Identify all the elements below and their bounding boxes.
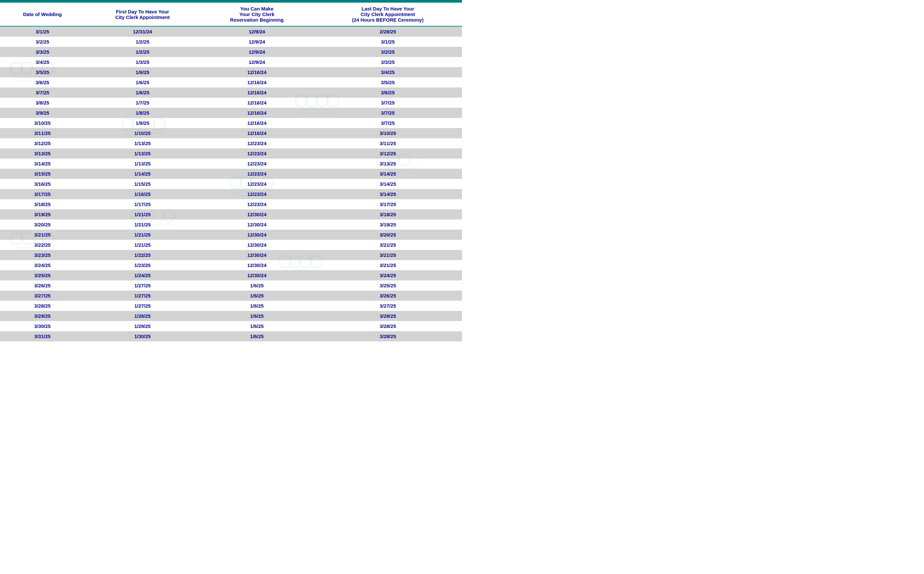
cell-r18-c3: 3/18/25	[314, 209, 462, 219]
table-row: 3/30/251/29/251/6/253/28/25	[0, 321, 462, 331]
table-row: 3/27/251/27/251/6/253/26/25	[0, 290, 462, 301]
cell-r26-c1: 1/27/25	[85, 290, 200, 301]
cell-r23-c1: 1/23/25	[85, 260, 200, 270]
cell-r29-c2: 1/6/25	[200, 321, 314, 331]
table-row: 3/12/251/13/2512/23/243/11/25	[0, 138, 462, 148]
cell-r1-c2: 12/9/24	[200, 37, 314, 47]
cell-r1-c3: 3/1/25	[314, 37, 462, 47]
cell-r1-c1: 1/2/25	[85, 37, 200, 47]
cell-r26-c0: 3/27/25	[0, 290, 85, 301]
cell-r3-c2: 12/9/24	[200, 57, 314, 67]
cell-r17-c3: 3/17/25	[314, 199, 462, 209]
cell-r3-c0: 3/4/25	[0, 57, 85, 67]
cell-r7-c2: 12/16/24	[200, 98, 314, 108]
cell-r17-c0: 3/18/25	[0, 199, 85, 209]
cell-r22-c3: 3/21/25	[314, 250, 462, 260]
cell-r13-c1: 1/13/25	[85, 159, 200, 169]
cell-r24-c1: 1/24/25	[85, 270, 200, 281]
table-row: 3/25/251/24/2512/30/243/24/25	[0, 270, 462, 281]
cell-r13-c2: 12/23/24	[200, 159, 314, 169]
cell-r20-c2: 12/30/24	[200, 230, 314, 240]
cell-r25-c2: 1/6/25	[200, 281, 314, 290]
table-row: 3/14/251/13/2512/23/243/13/25	[0, 159, 462, 169]
cell-r6-c3: 3/6/25	[314, 87, 462, 98]
cell-r29-c1: 1/29/25	[85, 321, 200, 331]
cell-r25-c3: 3/25/25	[314, 281, 462, 290]
cell-r9-c1: 1/9/25	[85, 118, 200, 128]
cell-r29-c0: 3/30/25	[0, 321, 85, 331]
cell-r0-c1: 12/31/24	[85, 26, 200, 37]
table-row: 3/23/251/22/2512/30/243/21/25	[0, 250, 462, 260]
cell-r24-c2: 12/30/24	[200, 270, 314, 281]
cell-r20-c1: 1/21/25	[85, 230, 200, 240]
cell-r28-c3: 3/28/25	[314, 311, 462, 321]
cell-r18-c0: 3/19/25	[0, 209, 85, 219]
cell-r22-c1: 1/22/25	[85, 250, 200, 260]
table-row: 3/8/251/7/2512/16/243/7/25	[0, 98, 462, 108]
table-row: 3/2/251/2/2512/9/243/1/25	[0, 37, 462, 47]
cell-r2-c0: 3/3/25	[0, 47, 85, 57]
cell-r10-c0: 3/11/25	[0, 128, 85, 138]
cell-r5-c3: 3/5/25	[314, 77, 462, 87]
teal-top-bar	[0, 0, 462, 3]
cell-r3-c1: 1/3/25	[85, 57, 200, 67]
table-row: 3/22/251/21/2512/30/243/21/25	[0, 240, 462, 250]
cell-r8-c0: 3/9/25	[0, 108, 85, 118]
cell-r15-c3: 3/14/25	[314, 179, 462, 189]
cell-r4-c0: 3/5/25	[0, 67, 85, 77]
cell-r20-c0: 3/21/25	[0, 230, 85, 240]
table-row: 3/11/251/10/2512/16/243/10/25	[0, 128, 462, 138]
cell-r26-c3: 3/26/25	[314, 290, 462, 301]
cell-r14-c3: 3/14/25	[314, 169, 462, 179]
cell-r24-c0: 3/25/25	[0, 270, 85, 281]
cell-r9-c3: 3/7/25	[314, 118, 462, 128]
cell-r30-c2: 1/6/25	[200, 331, 314, 341]
cell-r1-c0: 3/2/25	[0, 37, 85, 47]
table-row: 3/7/251/6/2512/16/243/6/25	[0, 87, 462, 98]
cell-r18-c1: 1/21/25	[85, 209, 200, 219]
cell-r20-c3: 3/20/25	[314, 230, 462, 240]
cell-r0-c3: 2/28/25	[314, 26, 462, 37]
cell-r16-c1: 1/16/25	[85, 189, 200, 199]
cell-r6-c0: 3/7/25	[0, 87, 85, 98]
table-row: 3/31/251/30/251/6/253/28/25	[0, 331, 462, 341]
cell-r11-c0: 3/12/25	[0, 138, 85, 148]
cell-r14-c2: 12/23/24	[200, 169, 314, 179]
cell-r30-c0: 3/31/25	[0, 331, 85, 341]
table-row: 3/3/251/2/2512/9/243/2/25	[0, 47, 462, 57]
cell-r25-c0: 3/26/25	[0, 281, 85, 290]
cell-r21-c2: 12/30/24	[200, 240, 314, 250]
col-header-wedding-date: Date of Wedding	[0, 3, 85, 26]
cell-r18-c2: 12/30/24	[200, 209, 314, 219]
table-header-row: Date of Wedding First Day To Have Your C…	[0, 3, 462, 26]
cell-r4-c1: 1/6/25	[85, 67, 200, 77]
cell-r13-c0: 3/14/25	[0, 159, 85, 169]
table-row: 3/10/251/9/2512/16/243/7/25	[0, 118, 462, 128]
table-row: 3/28/251/27/251/6/253/27/25	[0, 301, 462, 311]
cell-r19-c2: 12/30/24	[200, 219, 314, 230]
cell-r27-c1: 1/27/25	[85, 301, 200, 311]
cell-r2-c3: 3/2/25	[314, 47, 462, 57]
cell-r27-c0: 3/28/25	[0, 301, 85, 311]
cell-r28-c2: 1/6/25	[200, 311, 314, 321]
cell-r10-c2: 12/16/24	[200, 128, 314, 138]
cell-r15-c2: 12/23/24	[200, 179, 314, 189]
table-row: 3/16/251/15/2512/23/243/14/25	[0, 179, 462, 189]
cell-r8-c3: 3/7/25	[314, 108, 462, 118]
cell-r9-c2: 12/16/24	[200, 118, 314, 128]
table-row: 3/26/251/27/251/6/253/25/25	[0, 281, 462, 290]
cell-r14-c0: 3/15/25	[0, 169, 85, 179]
cell-r13-c3: 3/13/25	[314, 159, 462, 169]
cell-r0-c2: 12/9/24	[200, 26, 314, 37]
cell-r16-c3: 3/14/25	[314, 189, 462, 199]
cell-r11-c3: 3/11/25	[314, 138, 462, 148]
cell-r27-c3: 3/27/25	[314, 301, 462, 311]
cell-r7-c3: 3/7/25	[314, 98, 462, 108]
cell-r2-c1: 1/2/25	[85, 47, 200, 57]
cell-r12-c3: 3/12/25	[314, 148, 462, 159]
cell-r11-c2: 12/23/24	[200, 138, 314, 148]
cell-r5-c2: 12/16/24	[200, 77, 314, 87]
col-header-reservation: You Can Make Your City Clerk Reservation…	[200, 3, 314, 26]
cell-r24-c3: 3/24/25	[314, 270, 462, 281]
cell-r5-c1: 1/6/25	[85, 77, 200, 87]
